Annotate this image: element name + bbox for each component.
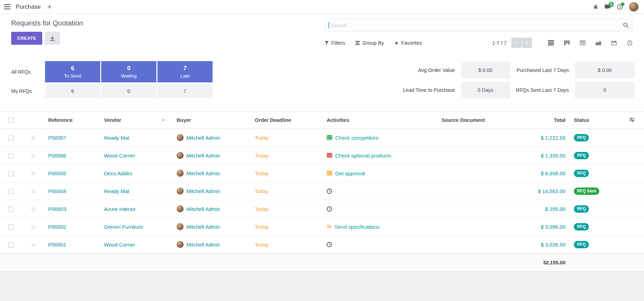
column-header-total[interactable]: Total — [503, 112, 570, 129]
table-footer-row: 32,155.00 — [0, 254, 644, 272]
export-button[interactable] — [45, 32, 60, 45]
column-header-activities[interactable]: Activities — [323, 112, 438, 129]
activity-label[interactable]: Get approval — [335, 170, 365, 176]
vendor-link[interactable]: Wood Corner — [104, 153, 135, 159]
table-row[interactable]: ☆ P00005 Deco Addict Mitchell Admin Toda… — [0, 164, 644, 182]
reference-link[interactable]: P00003 — [48, 206, 66, 212]
activity-view-icon[interactable] — [627, 40, 632, 46]
table-row[interactable]: ☆ P00004 Ready Mat Mitchell Admin Today … — [0, 182, 644, 200]
reference-link[interactable]: P00002 — [48, 224, 66, 230]
table-row[interactable]: ☆ P00007 Ready Mat Mitchell Admin Today … — [0, 129, 644, 147]
column-header-status[interactable]: Status — [570, 112, 620, 129]
favorite-star-icon[interactable]: ☆ — [30, 206, 36, 212]
list-view-icon[interactable] — [548, 40, 554, 45]
activity-label[interactable]: Check competitors — [335, 135, 378, 141]
row-checkbox[interactable] — [8, 225, 14, 230]
favorite-star-icon[interactable]: ☆ — [30, 223, 36, 230]
activities-badge — [621, 2, 624, 6]
favorites-button[interactable]: ★ Favorites — [394, 40, 422, 46]
vendor-link[interactable]: Azure Interior — [104, 206, 135, 212]
column-header-order-deadline[interactable]: Order Deadline — [251, 112, 323, 129]
buyer-link[interactable]: Mitchell Admin — [186, 153, 220, 159]
previous-page-button[interactable]: ‹ — [511, 38, 521, 48]
favorite-star-icon[interactable]: ☆ — [30, 152, 36, 159]
search-bar[interactable] — [325, 19, 632, 31]
reference-link[interactable]: P00005 — [48, 170, 66, 176]
plus-icon[interactable]: + — [47, 3, 52, 10]
order-deadline: Today — [255, 224, 269, 230]
reference-link[interactable]: P00006 — [48, 153, 66, 159]
tile-late[interactable]: 7 Late — [157, 61, 213, 82]
user-avatar[interactable] — [629, 2, 638, 12]
activity-envelope-icon[interactable]: ✉ — [327, 224, 332, 230]
row-checkbox[interactable] — [8, 135, 14, 141]
kanban-view-icon[interactable] — [564, 40, 570, 45]
vendor-link[interactable]: Deco Addict — [104, 170, 132, 176]
column-header-source-document[interactable]: Source Document — [438, 112, 503, 129]
column-header-reference[interactable]: Reference — [45, 112, 101, 129]
app-title[interactable]: Purchase — [16, 3, 41, 10]
reference-link[interactable]: P00007 — [48, 135, 66, 141]
row-checkbox[interactable] — [8, 242, 14, 248]
row-checkbox[interactable] — [8, 153, 14, 159]
vendor-link[interactable]: Ready Mat — [104, 188, 129, 194]
create-button[interactable]: CREATE — [11, 32, 42, 45]
activity-list-icon[interactable] — [327, 171, 332, 176]
activity-label[interactable]: Send specifications — [334, 224, 379, 230]
buyer-link[interactable]: Mitchell Admin — [186, 170, 220, 176]
tile-waiting[interactable]: 0 Waiting — [101, 61, 156, 82]
activity-list-icon[interactable] — [327, 135, 332, 140]
table-row[interactable]: ☆ P00003 Azure Interior Mitchell Admin T… — [0, 200, 644, 218]
sort-desc-icon — [162, 119, 165, 121]
graph-view-icon[interactable] — [595, 40, 601, 45]
messages-icon[interactable]: 5 — [605, 4, 610, 10]
my-tile-to-send[interactable]: 6 — [45, 84, 100, 98]
buyer-link[interactable]: Mitchell Admin — [186, 188, 220, 194]
order-deadline: Today — [255, 206, 269, 212]
next-page-button[interactable]: › — [522, 38, 532, 48]
group-by-button[interactable]: Group By — [355, 40, 384, 46]
calendar-view-icon[interactable] — [611, 40, 617, 45]
my-tile-late[interactable]: 7 — [157, 84, 213, 98]
vendor-link[interactable]: Gemini Furniture — [104, 224, 143, 230]
table-row[interactable]: ☆ P00002 Gemini Furniture Mitchell Admin… — [0, 218, 644, 236]
activity-clock-icon[interactable] — [327, 206, 332, 212]
favorite-star-icon[interactable]: ☆ — [30, 170, 36, 177]
column-header-vendor[interactable]: Vendor — [101, 112, 173, 129]
buyer-link[interactable]: Mitchell Admin — [186, 135, 220, 141]
reference-link[interactable]: P00001 — [48, 242, 66, 248]
activity-clock-icon[interactable] — [327, 189, 332, 194]
table-row[interactable]: ☆ P00006 Wood Corner Mitchell Admin Toda… — [0, 147, 644, 164]
optional-columns-icon[interactable] — [629, 117, 635, 122]
favorite-star-icon[interactable]: ☆ — [30, 134, 36, 141]
row-checkbox[interactable] — [8, 207, 14, 212]
column-header-buyer[interactable]: Buyer — [173, 112, 251, 129]
tile-to-send[interactable]: 6 To Send — [45, 61, 100, 82]
table-row[interactable]: ☆ P00001 Wood Corner Mitchell Admin Toda… — [0, 236, 644, 254]
debug-icon[interactable] — [593, 4, 598, 9]
activity-clock-icon[interactable] — [327, 242, 332, 247]
activity-label[interactable]: Check optional products — [335, 153, 391, 159]
select-all-checkbox[interactable] — [8, 118, 14, 123]
kpi-purchased-7d: $ 0.00 — [575, 62, 635, 79]
activity-list-icon[interactable] — [327, 153, 332, 158]
favorite-star-icon[interactable]: ☆ — [30, 188, 36, 194]
filters-button[interactable]: Filters — [325, 40, 345, 46]
tile-waiting-count: 0 — [127, 65, 130, 72]
row-checkbox[interactable] — [8, 189, 14, 194]
buyer-link[interactable]: Mitchell Admin — [186, 206, 220, 212]
search-icon[interactable] — [623, 22, 629, 28]
apps-menu-icon[interactable] — [4, 4, 10, 9]
search-input[interactable] — [330, 22, 623, 29]
buyer-link[interactable]: Mitchell Admin — [186, 242, 220, 248]
my-tile-waiting[interactable]: 0 — [101, 84, 156, 98]
row-checkbox[interactable] — [8, 171, 14, 176]
buyer-link[interactable]: Mitchell Admin — [186, 224, 220, 230]
kpi-avg-order-value-label: Avg Order Value — [403, 67, 455, 73]
favorite-star-icon[interactable]: ☆ — [30, 241, 36, 248]
vendor-link[interactable]: Ready Mat — [104, 135, 129, 141]
activities-icon[interactable] — [617, 4, 623, 10]
pivot-view-icon[interactable] — [580, 40, 585, 45]
reference-link[interactable]: P00004 — [48, 188, 66, 194]
vendor-link[interactable]: Wood Corner — [104, 242, 135, 248]
